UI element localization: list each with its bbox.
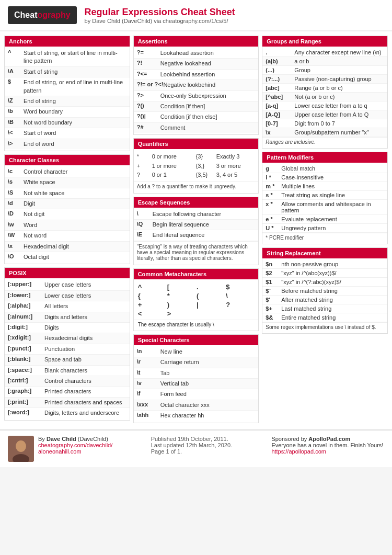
gr-val-7: Upper case letter from A to Q xyxy=(294,111,384,118)
sc-val-1: Carriage return xyxy=(160,358,256,366)
footer-sponsor-link[interactable]: https://apollopad.com xyxy=(271,448,326,455)
table-row: [:alpha:] All letters xyxy=(5,301,130,312)
esc-val-1: Begin literal sequence xyxy=(153,221,256,229)
cc-val-5: Word xyxy=(24,221,126,229)
cc-key-2: \S xyxy=(8,189,24,196)
quantifiers-body: * 0 or more {3} Exactly 3 + 1 or more {3… xyxy=(134,149,259,193)
assert-key-2: ?<= xyxy=(137,71,160,77)
table-row: \c Control character xyxy=(5,167,130,177)
sr-key-0: $n xyxy=(266,261,281,267)
pm-val-5: Evaluate replacement xyxy=(281,216,384,222)
ranges-note: Ranges are inclusive. xyxy=(262,137,387,146)
pattern-modifiers-body: g Global match i * Case-insensitive m * … xyxy=(262,163,387,244)
table-row: \w Word xyxy=(5,220,130,231)
assert-val-2: Lookbehind assertion xyxy=(160,71,256,78)
anchor-val-2: End of string, or end of line in multi-l… xyxy=(24,78,126,95)
table-row: \O Octal digit xyxy=(5,252,130,262)
meta-char-13: > xyxy=(167,310,195,318)
cc-val-1: White space xyxy=(24,178,126,186)
common-metacharacters-title: Common Metacharacters xyxy=(134,269,259,279)
table-row: \n New line xyxy=(134,347,259,357)
posix-val-0: Upper case letters xyxy=(44,281,126,289)
anchor-key-7: \> xyxy=(8,140,24,146)
table-row: $` Before matched string xyxy=(262,287,387,296)
table-row: \S Not white space xyxy=(5,188,130,199)
avatar xyxy=(8,436,34,462)
gr-key-6: [a-q] xyxy=(266,103,294,109)
cc-key-5: \w xyxy=(8,221,24,228)
gr-val-1: a or b xyxy=(294,58,384,64)
esc-key-2: \E xyxy=(137,231,153,237)
meta-char-4: { xyxy=(138,292,166,300)
q-desc2-1: 3 or more xyxy=(216,162,253,171)
groups-ranges-section: Groups and Ranges . Any character except… xyxy=(262,36,388,149)
assert-key-7: ?# xyxy=(137,124,160,130)
table-row: [a-q] Lower case letter from a to q xyxy=(262,101,387,110)
table-row: [0-7] Digit from 0 to 7 xyxy=(262,119,387,128)
cc-key-8: \O xyxy=(8,253,24,259)
cc-val-4: Not digit xyxy=(24,210,126,218)
posix-val-2: All letters xyxy=(44,302,126,310)
footer-sponsor-text: Sponsored by ApolloPad.com xyxy=(271,436,384,442)
sr-key-2: $1 xyxy=(266,279,281,285)
sr-val-5: Last matched string xyxy=(281,305,384,312)
anchor-val-1: Start of string xyxy=(24,68,126,76)
column-1: Anchors ^ Start of string, or start of l… xyxy=(4,36,130,423)
pm-val-3: Treat string as single line xyxy=(281,192,384,198)
gr-key-7: [A-Q] xyxy=(266,111,294,118)
sr-val-4: After matched string xyxy=(281,297,384,303)
table-row: [^abc] Not (a or b or c) xyxy=(262,93,387,101)
footer-author-suffix: (DaveChild) xyxy=(76,436,108,442)
footer-sponsor-tagline: Everyone has a novel in them. Finish You… xyxy=(271,442,384,448)
table-row: \W Not word xyxy=(5,231,130,241)
sr-key-3: $` xyxy=(266,288,281,294)
gr-key-1: (a|b) xyxy=(266,58,294,64)
escape-sequences-title: Escape Sequences xyxy=(134,197,259,208)
posix-key-7: [:blank:] xyxy=(8,356,44,362)
q-sym-1: + xyxy=(137,162,150,171)
special-characters-title: Special Characters xyxy=(134,335,259,345)
esc-key-0: \ xyxy=(137,210,153,217)
sc-key-1: \r xyxy=(137,358,160,365)
gr-key-2: (...) xyxy=(266,67,294,73)
table-row: m * Multiple lines xyxy=(262,182,387,191)
posix-body: [:upper:] Upper case letters [:lower:] L… xyxy=(5,278,130,420)
cc-val-2: Not white space xyxy=(24,189,126,197)
table-row: [A-Q] Upper case letter from A to Q xyxy=(262,110,387,119)
pm-val-0: Global match xyxy=(281,165,384,172)
meta-char-10: | xyxy=(197,301,225,309)
sc-key-4: \f xyxy=(137,390,160,397)
gr-key-9: \x xyxy=(266,129,294,135)
gr-val-9: Group/subpattern number "x" xyxy=(294,129,384,135)
anchor-val-4: Word boundary xyxy=(24,108,126,116)
assert-key-0: ?= xyxy=(137,49,160,55)
footer-sponsor-name: ApolloPad.com xyxy=(308,436,350,442)
q-sym2-2: {3,5} xyxy=(196,171,214,179)
meta-char-7: \ xyxy=(226,292,254,300)
string-replacement-body: $n nth non-passive group $2 "xyz" in /^(… xyxy=(262,258,387,333)
anchor-val-6: Start of word xyxy=(24,129,126,137)
posix-title: POSIX xyxy=(5,268,130,278)
table-row: \xhh Hex character hh xyxy=(134,411,259,421)
escape-sequences-section: Escape Sequences \ Escape following char… xyxy=(133,197,259,265)
cc-val-8: Octal digit xyxy=(24,253,126,261)
anchor-val-7: End of word xyxy=(24,140,126,148)
sc-val-5: Octal character xxx xyxy=(160,401,256,409)
assert-val-5: Condition [if then] xyxy=(160,103,256,110)
footer-link1[interactable]: cheatography.com/davechild/ xyxy=(38,442,112,448)
table-row: \> End of word xyxy=(5,139,130,149)
table-row: \B Not word boundary xyxy=(5,118,130,128)
footer-link2[interactable]: aloneonahill.com xyxy=(38,448,82,455)
posix-key-9: [:cntrl:] xyxy=(8,377,44,383)
table-row: [:punct:] Punctuation xyxy=(5,344,130,355)
anchor-key-0: ^ xyxy=(8,49,24,55)
footer: By Dave Child (DaveChild) cheatography.c… xyxy=(0,429,392,467)
posix-val-12: Digits, letters and underscore xyxy=(44,409,126,417)
table-row: e * Evaluate replacement xyxy=(262,215,387,224)
table-row: ?! Negative lookahead xyxy=(134,59,259,69)
pm-key-1: i * xyxy=(266,174,281,180)
table-row: $+ Last matched string xyxy=(262,304,387,313)
table-row: $n nth non-passive group xyxy=(262,260,387,269)
sr-key-6: $& xyxy=(266,314,281,321)
table-row: (a|b) a or b xyxy=(262,57,387,66)
